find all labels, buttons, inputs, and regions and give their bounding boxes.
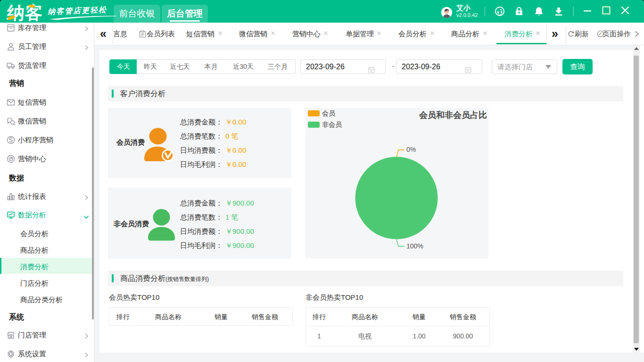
svg-text:100%: 100% [406,242,423,250]
svg-text:0%: 0% [406,146,416,153]
